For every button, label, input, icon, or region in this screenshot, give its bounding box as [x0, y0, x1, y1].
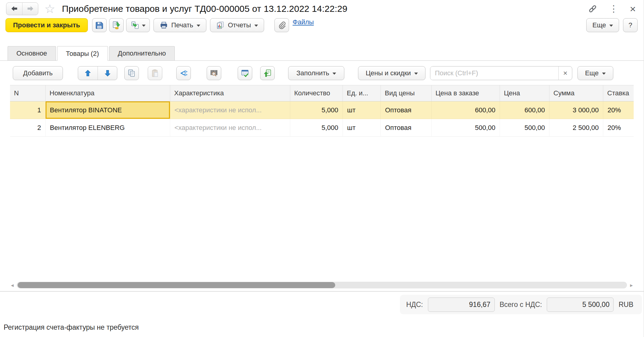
- prices-discounts-label: Цены и скидки: [366, 69, 411, 77]
- cell-row2-vat-rate[interactable]: 20%: [603, 119, 634, 137]
- column-header-order-price[interactable]: Цена в заказе: [432, 85, 500, 101]
- copy-row-button[interactable]: [124, 66, 139, 80]
- reports-icon: [216, 21, 225, 29]
- cell-row1-sum[interactable]: 3 000,00: [549, 101, 603, 119]
- save-button[interactable]: [92, 18, 107, 32]
- barcode-search-button[interactable]: [207, 66, 221, 80]
- column-header-characteristic[interactable]: Характеристика: [170, 85, 290, 101]
- split-rows-button[interactable]: [176, 66, 191, 80]
- tab-strip: Основное Товары (2) Дополнительно: [0, 37, 644, 61]
- close-icon: ×: [630, 4, 636, 14]
- column-header-vat-rate[interactable]: Ставка: [603, 85, 634, 101]
- fill-label: Заполнить: [296, 69, 329, 77]
- table-toolbar: Добавить: [0, 61, 644, 85]
- files-link[interactable]: Файлы: [293, 18, 314, 26]
- more-button[interactable]: Еще: [586, 18, 619, 32]
- column-header-n[interactable]: N: [10, 85, 46, 101]
- goods-grid: N Номенклатура Характеристика Количество…: [10, 85, 634, 137]
- status-message: Регистрация счета-фактуры не требуется: [4, 323, 139, 332]
- cell-row1-price[interactable]: 600,00: [500, 101, 549, 119]
- cell-row1-price-type[interactable]: Оптовая: [381, 101, 432, 119]
- cell-row2-n[interactable]: 2: [10, 119, 46, 137]
- column-header-price[interactable]: Цена: [500, 85, 549, 101]
- forward-button[interactable]: [22, 3, 38, 15]
- post-and-close-label: Провести и закрыть: [13, 21, 80, 29]
- dropdown-caret-icon: [197, 25, 200, 27]
- add-row-button[interactable]: Добавить: [13, 66, 63, 80]
- cell-row2-sum[interactable]: 2 500,00: [549, 119, 603, 137]
- kebab-icon: ⋮: [609, 4, 618, 13]
- load-from-file-button[interactable]: [260, 66, 275, 80]
- cell-row2-order-price[interactable]: 500,00: [432, 119, 500, 137]
- help-button[interactable]: ?: [623, 18, 638, 32]
- tab-goods-label: Товары (2): [66, 50, 99, 58]
- attachments-button[interactable]: [274, 18, 289, 32]
- cell-row1-nomenclature[interactable]: Вентилятор BINATONE: [46, 101, 170, 119]
- page-title: Приобретение товаров и услуг ТД00-000005…: [62, 4, 347, 14]
- document-window: ☆ Приобретение товаров и услуг ТД00-0000…: [0, 0, 644, 337]
- scroll-right-icon[interactable]: ►: [629, 283, 634, 288]
- copy-icon: [127, 69, 136, 78]
- column-header-price-type[interactable]: Вид цены: [381, 85, 432, 101]
- search-input[interactable]: [430, 66, 558, 80]
- close-button[interactable]: ×: [630, 4, 636, 14]
- column-header-quantity[interactable]: Количество: [290, 85, 343, 101]
- post-and-close-button[interactable]: Провести и закрыть: [5, 18, 88, 32]
- column-header-nomenclature[interactable]: Номенклатура: [46, 85, 170, 101]
- currency-label: RUB: [618, 301, 633, 309]
- print-button[interactable]: Печать: [153, 18, 206, 32]
- cell-row1-quantity[interactable]: 5,000: [290, 101, 343, 119]
- scroll-left-icon[interactable]: ◄: [10, 283, 15, 288]
- command-bar: Провести и закрыть: [0, 18, 644, 37]
- titlebar-actions: ⋮ ×: [588, 4, 636, 14]
- more-menu-button[interactable]: ⋮: [609, 4, 618, 13]
- search-clear-button[interactable]: ×: [558, 66, 572, 80]
- table-more-button[interactable]: Еще: [577, 66, 613, 80]
- table-empty-area: [0, 137, 644, 281]
- scrollbar-track[interactable]: [17, 282, 627, 288]
- cell-row2-characteristic[interactable]: <характеристики не испол...: [170, 119, 290, 137]
- column-header-sum[interactable]: Сумма: [549, 85, 603, 101]
- cell-row1-unit[interactable]: шт: [343, 101, 381, 119]
- cell-row2-unit[interactable]: шт: [343, 119, 381, 137]
- help-label: ?: [629, 21, 632, 29]
- arrow-up-icon: [84, 69, 92, 77]
- paste-row-button[interactable]: [148, 66, 162, 80]
- move-row-up-button[interactable]: [78, 66, 98, 80]
- tab-main[interactable]: Основное: [8, 46, 56, 60]
- tab-additional[interactable]: Дополнительно: [109, 46, 175, 60]
- favorite-star-icon[interactable]: ☆: [44, 3, 55, 15]
- cell-row1-n[interactable]: 1: [10, 101, 46, 119]
- column-header-unit[interactable]: Ед. и...: [343, 85, 381, 101]
- cell-row1-order-price[interactable]: 600,00: [432, 101, 500, 119]
- tab-main-label: Основное: [16, 49, 47, 57]
- move-row-down-button[interactable]: [98, 66, 117, 80]
- cell-row2-nomenclature[interactable]: Вентилятор ELENBERG: [46, 119, 170, 137]
- reports-button[interactable]: Отчеты: [210, 18, 264, 32]
- dropdown-caret-icon: [254, 25, 258, 27]
- post-document-button[interactable]: [109, 18, 124, 32]
- print-label: Печать: [171, 21, 193, 29]
- fill-button[interactable]: Заполнить: [288, 66, 344, 80]
- dropdown-caret-icon: [602, 73, 606, 75]
- cell-row1-vat-rate[interactable]: 20%: [603, 101, 634, 119]
- reports-label: Отчеты: [228, 21, 251, 29]
- check-fill-button[interactable]: [238, 66, 252, 80]
- cell-row2-quantity[interactable]: 5,000: [290, 119, 343, 137]
- command-bar-right: Еще ?: [586, 18, 638, 32]
- back-button[interactable]: [6, 3, 22, 15]
- cell-row1-characteristic[interactable]: <характеристики не испол...: [170, 101, 290, 119]
- forward-arrow-icon: [26, 4, 35, 13]
- create-based-on-button[interactable]: [126, 18, 150, 32]
- total-with-vat-field: 5 500,00: [547, 298, 614, 312]
- cell-row2-price[interactable]: 500,00: [500, 119, 549, 137]
- get-link-button[interactable]: [588, 4, 598, 14]
- cell-row2-price-type[interactable]: Оптовая: [381, 119, 432, 137]
- tab-goods[interactable]: Товары (2): [57, 46, 108, 61]
- table-more-label: Еще: [585, 69, 599, 77]
- prices-discounts-button[interactable]: Цены и скидки: [358, 66, 425, 80]
- vat-label: НДС:: [406, 301, 423, 309]
- scrollbar-thumb[interactable]: [18, 282, 335, 288]
- dropdown-caret-icon: [142, 25, 146, 27]
- dropdown-caret-icon: [609, 25, 613, 27]
